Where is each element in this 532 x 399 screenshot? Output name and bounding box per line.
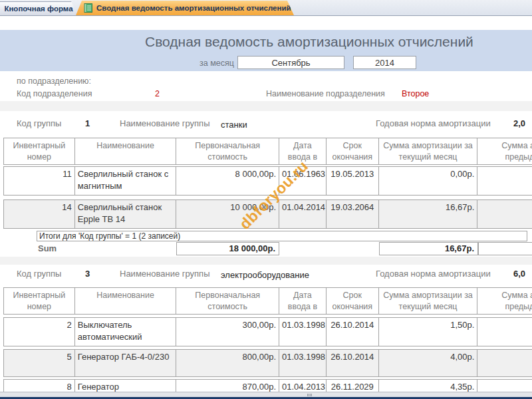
initial-cost: 8 000,00р.: [176, 167, 279, 195]
current-month-amount: 4,00р.: [379, 350, 478, 376]
section-divider-band: [0, 101, 532, 111]
group-code-label: Код группы: [17, 118, 61, 128]
scrollbar-grip[interactable]: [307, 394, 312, 396]
previous-month-amount: [477, 200, 532, 228]
column-header: Сумма амортпредыдущи: [477, 288, 532, 314]
inventory-number: 5: [4, 350, 75, 376]
tab-switchboard-form[interactable]: Кнопочная форма: [0, 1, 77, 15]
table-row[interactable]: 5 Генератор ГАБ-4-0/230 800,00р. 01.03.1…: [3, 349, 532, 377]
tab-label: Кнопочная форма: [4, 5, 72, 13]
initial-cost: 10 000,00р.: [176, 200, 279, 228]
group-name-value: станки: [221, 120, 247, 130]
table-row[interactable]: 11 Сверлильный станок смагнитным 8 000,0…: [3, 166, 532, 196]
group-rate-value: 6,0: [513, 269, 525, 279]
asset-name: Сверлильный станокEpple ТВ 14: [75, 200, 177, 228]
section-divider-band: [0, 257, 532, 265]
column-header: Срококончания: [327, 288, 379, 314]
end-date: 26.10.2014: [327, 318, 379, 346]
sum-initial-cost: 18 000,00р.: [176, 242, 279, 255]
column-header: Инвентарныйномер: [4, 288, 75, 314]
date-in-service: 01.03.1998: [279, 350, 327, 376]
column-header: Сумма амортпредыдущи: [477, 138, 532, 164]
group-rate-label: Годовая норма амортизации: [376, 269, 491, 279]
report-title: Сводная ведомость амортизационных отчисл…: [145, 34, 473, 50]
group-totals-caption: Итоги для 'Код группы' = 1 (2 записей): [37, 231, 527, 241]
group-code-label: Код группы: [17, 269, 61, 279]
division-section-label: по подразделению:: [17, 76, 91, 86]
column-header: Сумма амортизации затекущий месяц: [379, 138, 478, 164]
inventory-number: 14: [4, 200, 75, 228]
asset-name: Сверлильный станок смагнитным: [75, 167, 177, 195]
table-row[interactable]: 2 Выключательавтоматический 300,00р. 01.…: [3, 317, 532, 346]
table-header-row: Инвентарныйномер Наименование Первоначал…: [3, 138, 532, 165]
division-name-value: Второе: [402, 89, 429, 98]
column-header: Датаввода в: [279, 138, 327, 164]
end-date: 19.03.2064: [327, 200, 379, 228]
current-month-amount: 0,00р.: [379, 167, 478, 195]
column-header: Наименование: [75, 138, 177, 164]
date-in-service: 01.06.1963: [279, 167, 327, 195]
sum-previous-month: [478, 242, 532, 255]
group-name-value: электрооборудование: [221, 270, 309, 280]
inventory-number: 2: [4, 318, 75, 346]
date-in-service: 01.03.1998: [279, 318, 327, 346]
current-month-amount: 1,50р.: [379, 318, 478, 346]
asset-name: Выключательавтоматический: [75, 318, 177, 346]
report-icon: [84, 3, 92, 13]
sum-current-month: 16,67р.: [379, 242, 478, 255]
column-header: Инвентарныйномер: [4, 138, 75, 164]
division-name-label: Наименование подразделения: [266, 89, 385, 98]
group-rate-label: Годовая норма амортизации: [376, 118, 491, 128]
column-header: Первоначальнаястоимость: [176, 138, 279, 164]
column-header: Датаввода в: [279, 288, 327, 314]
initial-cost: 300,00р.: [176, 318, 279, 346]
end-date: 26.10.2014: [327, 350, 379, 376]
division-code-value: 2: [155, 89, 160, 98]
table-header-row: Инвентарныйномер Наименование Первоначал…: [3, 287, 532, 315]
document-tab-bar: Кнопочная форма Сводная ведомость аморти…: [0, 0, 532, 16]
tab-label: Сводная ведомость амортизационных отчисл…: [96, 4, 291, 12]
group-name-label: Наименование группы: [120, 269, 209, 279]
current-month-amount: 16,67р.: [379, 200, 478, 228]
month-field[interactable]: Сентябрь: [237, 56, 344, 69]
column-header: Наименование: [75, 288, 177, 314]
group-code-value: 3: [85, 269, 90, 279]
previous-month-amount: [477, 350, 532, 376]
previous-month-amount: [477, 167, 532, 195]
access-report-window: Кнопочная форма Сводная ведомость аморти…: [0, 0, 532, 399]
date-in-service: 01.04.2014: [279, 200, 327, 228]
table-row[interactable]: 14 Сверлильный станокEpple ТВ 14 10 000,…: [3, 200, 532, 229]
asset-name: Генератор ГАБ-4-0/230: [75, 350, 177, 376]
group-rate-value: 2,0: [513, 118, 525, 128]
inventory-number: 11: [4, 167, 75, 195]
initial-cost: 800,00р.: [176, 350, 279, 376]
group-name-label: Наименование группы: [120, 118, 209, 128]
column-header: Первоначальнаястоимость: [176, 288, 279, 314]
year-field[interactable]: 2014: [353, 56, 416, 69]
column-header: Срококончания: [327, 138, 379, 164]
previous-month-amount: [477, 318, 532, 346]
end-date: 19.05.2013: [327, 167, 379, 195]
group-code-value: 1: [85, 118, 90, 128]
tab-depreciation-report[interactable]: Сводная ведомость амортизационных отчисл…: [76, 1, 294, 15]
division-code-label: Код подразделения: [17, 89, 92, 98]
column-header: Сумма амортизации затекущий месяц: [379, 288, 478, 314]
sum-label: Sum: [38, 243, 57, 253]
month-label: за месяц: [186, 59, 234, 68]
